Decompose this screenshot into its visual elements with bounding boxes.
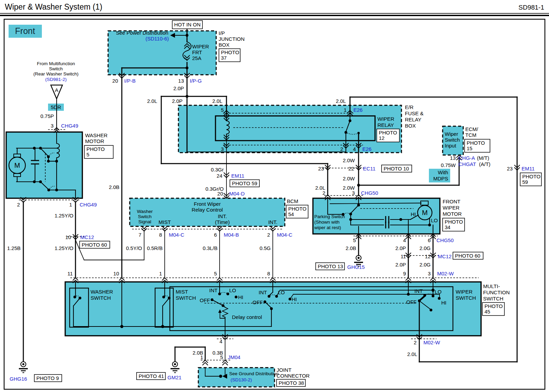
ec11-connector: EC11 — [363, 166, 375, 171]
gm21-ground-icon — [171, 362, 179, 373]
wire-1_25YO: 1.25Y/O — [55, 245, 73, 251]
photo34-line1: PHOTO — [445, 219, 463, 225]
hot-in-on-label: HOT IN ON — [174, 22, 200, 27]
wire-2_0G: 2.0G — [419, 262, 431, 268]
bcm-mist: MIST — [159, 219, 171, 225]
page-title: Wiper & Washer System (1) — [5, 2, 102, 11]
chg49-connector: CHG49 — [80, 202, 97, 207]
chga-mt: (M/T) — [477, 155, 489, 161]
relay-pin5: 5 — [221, 107, 224, 113]
mfs-pin8: 8 — [267, 271, 270, 276]
from-mfs-3: (Rear Washer Switch) — [33, 71, 79, 76]
wire-2_0B: 2.0B — [346, 245, 356, 251]
er-label-4: BOX — [405, 123, 416, 129]
em11-connector: EM11 — [522, 166, 535, 171]
relay-pin2: 2 — [340, 146, 343, 152]
bcm-fwrc-2: Relay Control — [192, 207, 223, 213]
fwm-pin6: 6 — [428, 237, 431, 243]
ghg15-label: GHG15 — [347, 264, 365, 270]
sd981-link[interactable]: (SD981-2) — [45, 77, 67, 82]
int-label: INT — [209, 287, 218, 293]
mfs-name-1: MULTI- — [483, 283, 500, 289]
sd130-link[interactable]: (SD130-2) — [231, 377, 252, 382]
from-mfs-2: Switch — [49, 66, 63, 71]
mfs-pin1: 1 — [159, 271, 162, 276]
junction-dot — [186, 67, 188, 69]
chg50-connector: CHG50 — [436, 237, 454, 243]
fwm-pin5: 5 — [353, 237, 356, 243]
ip-label-1: I/P — [219, 30, 225, 36]
pin2-label: 2 — [17, 202, 20, 207]
bcm-wss-1: Washer — [137, 209, 153, 214]
m02w-connector: M02-W — [437, 271, 454, 276]
sd110-link[interactable]: (SD110-6) — [145, 36, 169, 41]
washer-switch-name-2: SWITCH — [91, 295, 111, 301]
mfs-pin4-label: 4 — [220, 338, 222, 344]
wire-2_0L: 2.0L — [212, 98, 222, 104]
wire-2_0W: 2.0W — [343, 176, 355, 181]
with-mdps-2: MDPS — [433, 176, 448, 181]
wire-0_75W: 0.75W — [441, 162, 456, 168]
ecm-label-1: ECM/ — [465, 126, 478, 132]
header-rules — [0, 13, 549, 16]
jm04-chevron — [222, 360, 228, 365]
gm21-label: GM21 — [167, 375, 182, 380]
ip-label-2: JUNCTION — [219, 36, 245, 42]
m02w-connector: M02-W — [423, 340, 440, 345]
mist-switch-name-1: MIST — [176, 289, 188, 295]
bcm-pin8: 8 — [159, 232, 162, 238]
off-label: OFF — [406, 299, 417, 305]
int-label: INT — [259, 289, 267, 295]
fuse-name-1: WIPER — [192, 44, 209, 49]
pin23-label: 23 — [318, 166, 324, 171]
fwm-pin4: 4 — [403, 237, 406, 243]
photo10-label: PHOTO 10 — [384, 166, 409, 171]
wire-2_0B: 2.0B — [109, 184, 119, 190]
lo-label: LO — [435, 289, 442, 295]
photo38-label: PHOTO 38 — [279, 380, 304, 386]
pin23-label: 23 — [507, 166, 513, 171]
jm04-pin5: 5 — [220, 354, 223, 360]
wire-1_25B: 1.25B — [7, 245, 21, 251]
pin24-label: 24 — [217, 173, 222, 179]
mfs-name-3: SWITCH — [483, 296, 503, 301]
ghg16-ground-icon — [19, 362, 28, 373]
off-label: OFF — [253, 299, 263, 305]
photo12-line2: 12 — [379, 135, 385, 141]
mc12-connector: MC12 — [80, 234, 94, 240]
ipg-connector: I/P-G — [190, 78, 202, 84]
chg50-connector: CHG50 — [361, 190, 378, 196]
photo37-line2: 37 — [221, 55, 227, 61]
m04b-connector: M04-B — [224, 232, 239, 238]
wiper-switch-name-2: SWITCH — [456, 295, 476, 301]
jm04-chevron — [202, 360, 208, 365]
relay-pin3: 3 — [221, 146, 224, 152]
e26-connector: E26 — [353, 107, 363, 113]
page-code: SD981-1 — [518, 4, 544, 11]
mc12-connector: MC12 — [438, 253, 452, 259]
er-label-3: RELAY — [405, 117, 421, 122]
fwm-name-2: WIPER — [443, 205, 459, 211]
wire-0_5RB: 0.5R/B — [147, 245, 163, 251]
from-mfs-1: From Multifunction — [37, 61, 75, 66]
pin12-label: 12 — [425, 253, 431, 259]
lo-label: LO — [431, 217, 438, 223]
wiper-relay-name-1: WIPER — [377, 116, 394, 122]
bcm-pin7: 7 — [139, 232, 141, 238]
pin22-label: 22 — [348, 166, 354, 171]
parking-switch-1: Parking Switch — [314, 214, 345, 219]
jm04-connector: JM04 — [228, 354, 241, 360]
photo41-label: PHOTO 41 — [139, 373, 164, 379]
see-power-label: See Power Distribution — [116, 30, 168, 36]
m04c-connector: M04-C — [277, 232, 292, 238]
mfs-pin11: 11 — [67, 271, 73, 276]
mfs-pin9: 9 — [403, 271, 406, 276]
parking-switch-2: (Shown with — [314, 219, 340, 225]
chga-connector: CHG-A — [458, 155, 475, 161]
photo12-line1: PHOTO — [379, 130, 397, 135]
chgat-connector: CHGAT — [458, 161, 476, 167]
wiper-switch-input-1: Wiper — [445, 131, 458, 137]
bcm-int-time-1: INT. — [218, 213, 227, 219]
fuse-name-3: 25A — [192, 55, 201, 61]
photo54-line2: 54 — [288, 211, 294, 217]
